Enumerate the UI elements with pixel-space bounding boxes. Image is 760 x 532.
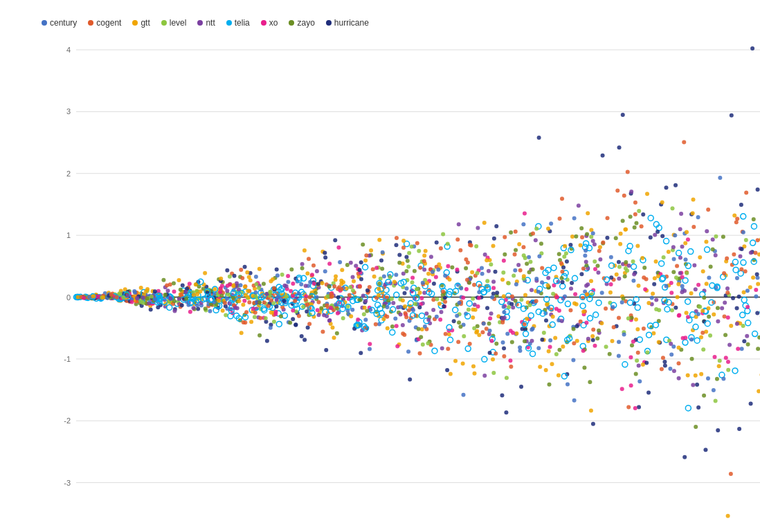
legend-item-xo: xo <box>261 18 278 28</box>
legend-label-ntt: ntt <box>206 18 215 28</box>
legend-item-level: level <box>161 18 187 28</box>
legend-item-century: century <box>42 18 77 28</box>
legend-label-hurricane: hurricane <box>334 18 369 28</box>
legend-item-cogent: cogent <box>88 18 121 28</box>
legend-dot-level <box>161 20 167 26</box>
legend-item-hurricane: hurricane <box>326 18 369 28</box>
scatter-plot <box>42 33 760 532</box>
chart-container: centurycogentgttlevelnttteliaxozayohurri… <box>0 0 760 532</box>
legend-dot-gtt <box>132 20 138 26</box>
legend-item-ntt: ntt <box>197 18 215 28</box>
legend-label-cogent: cogent <box>96 18 121 28</box>
legend-dot-zayo <box>289 20 294 26</box>
legend-label-gtt: gtt <box>141 18 150 28</box>
legend-item-gtt: gtt <box>132 18 150 28</box>
legend-label-telia: telia <box>235 18 250 28</box>
legend-dot-hurricane <box>326 20 332 26</box>
legend-dot-cogent <box>88 20 93 26</box>
legend-item-telia: telia <box>226 18 250 28</box>
legend-dot-ntt <box>197 20 203 26</box>
legend-label-zayo: zayo <box>297 18 314 28</box>
legend-label-century: century <box>50 18 77 28</box>
legend-dot-century <box>42 20 47 26</box>
legend-label-level: level <box>170 18 187 28</box>
legend-item-zayo: zayo <box>289 18 314 28</box>
legend-label-xo: xo <box>269 18 278 28</box>
chart-legend: centurycogentgttlevelnttteliaxozayohurri… <box>42 18 746 28</box>
legend-dot-telia <box>226 20 232 26</box>
legend-dot-xo <box>261 20 266 26</box>
